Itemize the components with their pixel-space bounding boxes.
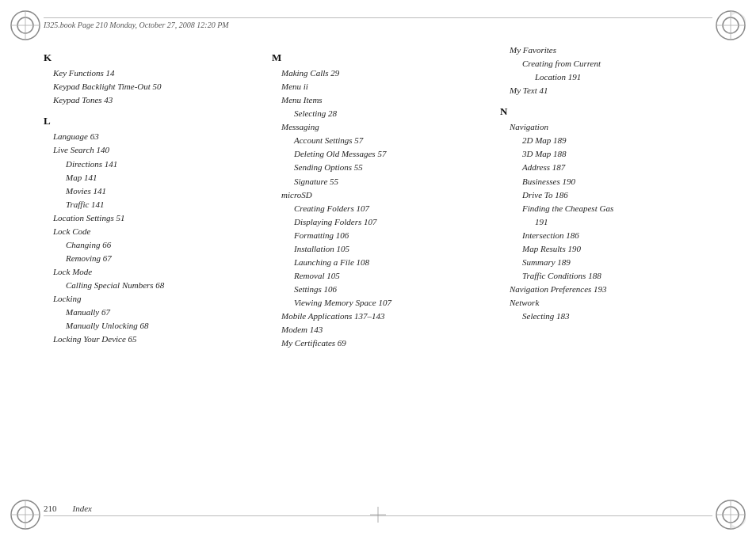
page: I325.book Page 210 Monday, October 27, 2… xyxy=(0,0,756,540)
list-item: Locking Your Device 65 xyxy=(44,333,256,346)
list-item: Summary 189 xyxy=(500,256,712,269)
list-item: Location 191 xyxy=(500,70,712,84)
list-item: 3D Map 188 xyxy=(500,147,712,161)
column-1: K Key Functions 14 Keypad Backlight Time… xyxy=(44,44,256,496)
list-item: My Favorites xyxy=(500,44,712,57)
list-item: Traffic Conditions 188 xyxy=(500,269,712,283)
list-item: Address 187 xyxy=(500,161,712,174)
section-letter-m: M xyxy=(272,50,484,66)
list-item: Lock Code xyxy=(44,225,256,238)
column-2: M Making Calls 29 Menu ii Menu Items Sel… xyxy=(272,44,484,496)
column-3: My Favorites Creating from Current Locat… xyxy=(500,44,712,496)
list-item: microSD xyxy=(272,188,484,202)
list-item: Deleting Old Messages 57 xyxy=(272,147,484,161)
list-item: 191 xyxy=(500,215,712,229)
list-item: Network xyxy=(500,296,712,310)
list-item: Businesses 190 xyxy=(500,175,712,188)
list-item: Settings 106 xyxy=(272,283,484,296)
list-item: Manually Unlocking 68 xyxy=(44,319,256,333)
header-text: I325.book Page 210 Monday, October 27, 2… xyxy=(44,21,229,29)
list-item: Map Results 190 xyxy=(500,242,712,256)
list-item: Menu ii xyxy=(272,80,484,93)
list-item: Movies 141 xyxy=(44,184,256,198)
footer-page-number: 210 xyxy=(44,504,57,513)
list-item: My Certificates 69 xyxy=(272,337,484,350)
list-item: Directions 141 xyxy=(44,158,256,171)
list-item: Creating from Current xyxy=(500,57,712,70)
list-item: Mobile Applications 137–143 xyxy=(272,310,484,323)
list-item: Calling Special Numbers 68 xyxy=(44,279,256,292)
list-item: Key Functions 14 xyxy=(44,67,256,80)
list-item: Formatting 106 xyxy=(272,229,484,242)
list-item: Signature 55 xyxy=(272,175,484,188)
list-item: Drive To 186 xyxy=(500,188,712,202)
list-item: Menu Items xyxy=(272,93,484,107)
section-letter-l: L xyxy=(44,113,256,129)
list-item: 2D Map 189 xyxy=(500,134,712,147)
list-item: Location Settings 51 xyxy=(44,211,256,225)
section-letter-k: K xyxy=(44,50,256,66)
list-item: Keypad Backlight Time-Out 50 xyxy=(44,80,256,93)
list-item: Map 141 xyxy=(44,171,256,184)
corner-decoration-bl xyxy=(6,496,44,534)
list-item: Navigation xyxy=(500,120,712,134)
list-item: Selecting 28 xyxy=(272,107,484,120)
list-item: Displaying Folders 107 xyxy=(272,215,484,229)
list-item: Manually 67 xyxy=(44,306,256,319)
list-item: Modem 143 xyxy=(272,323,484,337)
list-item: Lock Mode xyxy=(44,265,256,279)
bottom-center-crosshair xyxy=(370,507,386,526)
list-item: Intersection 186 xyxy=(500,229,712,242)
corner-decoration-br xyxy=(712,496,750,534)
list-item: Selecting 183 xyxy=(500,310,712,323)
list-item: Live Search 140 xyxy=(44,143,256,157)
header-bar: I325.book Page 210 Monday, October 27, 2… xyxy=(44,17,712,29)
list-item: Changing 66 xyxy=(44,238,256,252)
list-item: My Text 41 xyxy=(500,84,712,97)
list-item: Account Settings 57 xyxy=(272,134,484,147)
list-item: Messaging xyxy=(272,120,484,134)
list-item: Locking xyxy=(44,292,256,306)
list-item: Finding the Cheapest Gas xyxy=(500,202,712,215)
list-item: Traffic 141 xyxy=(44,198,256,211)
list-item: Launching a File 108 xyxy=(272,256,484,269)
list-item: Language 63 xyxy=(44,130,256,143)
list-item: Making Calls 29 xyxy=(272,67,484,80)
list-item: Navigation Preferences 193 xyxy=(500,283,712,296)
section-letter-n: N xyxy=(500,104,712,120)
list-item: Removal 105 xyxy=(272,269,484,283)
corner-decoration-tr xyxy=(712,6,750,44)
list-item: Sending Options 55 xyxy=(272,161,484,174)
list-item: Installation 105 xyxy=(272,242,484,256)
corner-decoration-tl xyxy=(6,6,44,44)
content-area: K Key Functions 14 Keypad Backlight Time… xyxy=(44,44,712,496)
list-item: Keypad Tones 43 xyxy=(44,93,256,107)
list-item: Creating Folders 107 xyxy=(272,202,484,215)
list-item: Viewing Memory Space 107 xyxy=(272,296,484,310)
list-item: Removing 67 xyxy=(44,252,256,265)
footer-title: Index xyxy=(73,504,92,513)
